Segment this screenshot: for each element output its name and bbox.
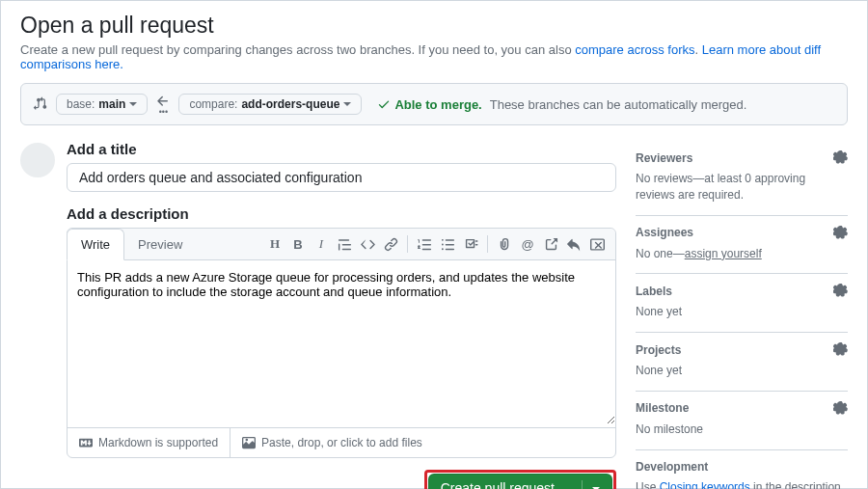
markdown-icon: [79, 436, 93, 449]
description-label: Add a description: [67, 205, 616, 222]
milestone-body: No milestone: [636, 421, 848, 438]
create-pull-request-button[interactable]: Create pull request: [428, 474, 612, 489]
italic-icon[interactable]: I: [311, 232, 332, 256]
development-body: Use Closing keywords in the description …: [636, 479, 848, 489]
tab-preview[interactable]: Preview: [124, 230, 197, 259]
toolbar: H B I @: [264, 232, 615, 256]
milestone-title: Milestone: [636, 401, 689, 415]
check-icon: [377, 97, 391, 111]
merge-desc: These branches can be automatically merg…: [490, 97, 747, 112]
labels-title: Labels: [636, 285, 672, 298]
reviewers-title: Reviewers: [636, 151, 692, 165]
git-compare-icon: [33, 96, 48, 112]
link-icon[interactable]: [380, 232, 401, 256]
closing-keywords-link[interactable]: Closing keywords: [660, 480, 750, 489]
attach-icon[interactable]: [494, 232, 515, 256]
task-list-icon[interactable]: [460, 232, 481, 256]
gear-icon[interactable]: [833, 150, 848, 165]
caret-down-icon[interactable]: [582, 480, 600, 489]
image-icon: [242, 436, 256, 449]
title-input[interactable]: [67, 163, 616, 192]
ordered-list-icon[interactable]: [414, 232, 435, 256]
projects-title: Projects: [636, 343, 681, 357]
sidebar: Reviewers No reviews—at least 0 approvin…: [636, 141, 848, 489]
reference-icon[interactable]: [540, 232, 561, 256]
labels-body: None yet: [636, 304, 848, 320]
title-label: Add a title: [67, 141, 616, 157]
compare-branch-button[interactable]: compare: add-orders-queue: [178, 94, 362, 115]
reviewers-body: No reviews—at least 0 approving reviews …: [636, 171, 848, 204]
merge-status: Able to merge.: [377, 97, 481, 112]
avatar: [20, 143, 55, 177]
quote-icon[interactable]: [334, 232, 355, 256]
markdown-hint[interactable]: Markdown is supported: [68, 428, 230, 457]
caret-down-icon: [129, 100, 137, 108]
caret-down-icon: [343, 100, 351, 108]
code-icon[interactable]: [357, 232, 378, 256]
gear-icon[interactable]: [833, 342, 848, 357]
heading-icon[interactable]: H: [264, 232, 285, 256]
projects-body: None yet: [636, 363, 848, 379]
assignees-body: No one—assign yourself: [636, 246, 848, 262]
gear-icon[interactable]: [833, 401, 848, 416]
compare-bar: base: main ••• compare: add-orders-queue…: [20, 83, 848, 125]
tab-write[interactable]: Write: [67, 229, 124, 260]
description-box: Write Preview H B I: [67, 228, 616, 458]
assignees-title: Assignees: [636, 226, 693, 239]
development-title: Development: [636, 460, 708, 474]
ellipsis-icon: •••: [159, 109, 168, 115]
subtitle-text: Create a new pull request by comparing c…: [20, 42, 575, 57]
page-title: Open a pull request: [20, 13, 848, 39]
reply-icon[interactable]: [563, 232, 584, 256]
description-textarea[interactable]: [68, 260, 615, 424]
assign-yourself-link[interactable]: assign yourself: [685, 247, 762, 260]
attach-hint[interactable]: Paste, drop, or click to add files: [230, 428, 434, 457]
bold-icon[interactable]: B: [287, 232, 309, 256]
gear-icon[interactable]: [833, 284, 848, 298]
base-branch-button[interactable]: base: main: [56, 94, 148, 115]
unordered-list-icon[interactable]: [437, 232, 458, 256]
compare-forks-link[interactable]: compare across forks: [575, 42, 694, 57]
subtitle: Create a new pull request by comparing c…: [20, 42, 848, 71]
gear-icon[interactable]: [833, 226, 848, 240]
diff-icon[interactable]: [586, 232, 608, 256]
create-button-highlight: Create pull request: [424, 470, 616, 489]
mention-icon[interactable]: @: [517, 232, 538, 256]
